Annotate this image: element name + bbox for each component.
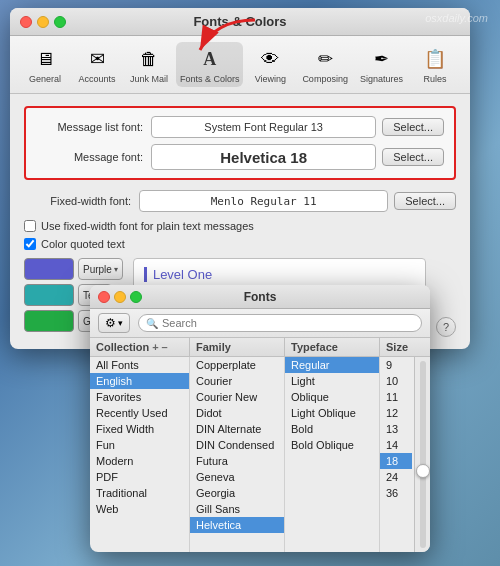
list-item[interactable]: Web [90, 501, 189, 517]
message-list-font-row: Message list font: System Font Regular 1… [36, 116, 444, 138]
purple-dropdown[interactable]: Purple ▾ [78, 258, 123, 280]
fixed-width-font-label: Fixed-width font: [24, 195, 139, 207]
message-list-font-label: Message list font: [36, 121, 151, 133]
list-item[interactable]: Fun [90, 437, 189, 453]
close-button[interactable] [20, 16, 32, 28]
purple-label: Purple [83, 264, 112, 275]
collection-column: All Fonts English Favorites Recently Use… [90, 357, 190, 552]
green-swatch[interactable] [24, 310, 74, 332]
size-slider[interactable] [414, 357, 430, 552]
toolbar-label-viewing: Viewing [255, 74, 286, 84]
use-fixed-width-checkbox[interactable] [24, 220, 36, 232]
list-item[interactable]: 14 [380, 437, 412, 453]
search-icon: 🔍 [146, 318, 158, 329]
accounts-icon: ✉ [83, 45, 111, 73]
fonts-title-bar: Fonts [90, 285, 430, 309]
list-item[interactable]: Modern [90, 453, 189, 469]
list-item[interactable]: 24 [380, 469, 412, 485]
list-item[interactable]: Didot [190, 405, 284, 421]
search-input[interactable] [162, 317, 414, 329]
help-button[interactable]: ? [436, 317, 456, 337]
watermark: osxdaily.com [425, 12, 488, 24]
fonts-window: Fonts ⚙ ▾ 🔍 Collection + – Family Typefa… [90, 285, 430, 552]
list-item[interactable]: 36 [380, 485, 412, 501]
list-item[interactable]: DIN Condensed [190, 437, 284, 453]
list-item[interactable]: Fixed Width [90, 421, 189, 437]
list-item[interactable]: English [90, 373, 189, 389]
fixed-width-font-select-button[interactable]: Select... [394, 192, 456, 210]
list-item[interactable]: Light Oblique [285, 405, 379, 421]
fonts-maximize-button[interactable] [130, 291, 142, 303]
list-item[interactable]: Traditional [90, 485, 189, 501]
toolbar-label-junk: Junk Mail [130, 74, 168, 84]
list-item[interactable]: 18 [380, 453, 412, 469]
window-title: Fonts & Colors [193, 14, 286, 29]
list-item[interactable]: Bold Oblique [285, 437, 379, 453]
toolbar: 🖥 General ✉ Accounts 🗑 Junk Mail A Fonts… [10, 36, 470, 94]
list-item[interactable]: Georgia [190, 485, 284, 501]
list-item[interactable]: Favorites [90, 389, 189, 405]
list-item[interactable]: Futura [190, 453, 284, 469]
title-bar: Fonts & Colors [10, 8, 470, 36]
search-box[interactable]: 🔍 [138, 314, 422, 332]
list-item[interactable]: All Fonts [90, 357, 189, 373]
gear-chevron-icon: ▾ [118, 318, 123, 328]
fonts-close-button[interactable] [98, 291, 110, 303]
color-quoted-text-checkbox[interactable] [24, 238, 36, 250]
size-thumb[interactable] [416, 464, 430, 478]
list-item[interactable]: Helvetica [190, 517, 284, 533]
minimize-button[interactable] [37, 16, 49, 28]
use-fixed-width-checkbox-row: Use fixed-width font for plain text mess… [24, 220, 456, 232]
list-item[interactable]: Recently Used [90, 405, 189, 421]
toolbar-item-junk[interactable]: 🗑 Junk Mail [124, 42, 174, 87]
toolbar-item-general[interactable]: 🖥 General [20, 42, 70, 87]
list-item[interactable]: Geneva [190, 469, 284, 485]
color-quoted-text-checkbox-row: Color quoted text [24, 238, 456, 250]
list-item[interactable]: Light [285, 373, 379, 389]
list-item[interactable]: PDF [90, 469, 189, 485]
viewing-icon: 👁 [256, 45, 284, 73]
purple-chevron-icon: ▾ [114, 265, 118, 274]
size-column: 9 10 11 12 13 14 18 24 36 [380, 357, 430, 552]
toolbar-label-rules: Rules [423, 74, 446, 84]
gear-button[interactable]: ⚙ ▾ [98, 313, 130, 333]
toolbar-label-composing: Composing [302, 74, 348, 84]
fixed-width-font-row: Fixed-width font: Menlo Regular 11 Selec… [24, 190, 456, 212]
family-header[interactable]: Family [190, 338, 285, 356]
size-header[interactable]: Size [380, 338, 430, 356]
teal-swatch[interactable] [24, 284, 74, 306]
list-item[interactable]: Oblique [285, 389, 379, 405]
size-track [420, 361, 426, 548]
fonts-minimize-button[interactable] [114, 291, 126, 303]
list-item[interactable]: 9 [380, 357, 412, 373]
list-item[interactable]: 11 [380, 389, 412, 405]
list-item[interactable]: 10 [380, 373, 412, 389]
fonts-table-header: Collection + – Family Typeface Size [90, 338, 430, 357]
list-item[interactable]: Gill Sans [190, 501, 284, 517]
toolbar-item-viewing[interactable]: 👁 Viewing [245, 42, 295, 87]
fonts-table-body: All Fonts English Favorites Recently Use… [90, 357, 430, 552]
list-item[interactable]: Courier New [190, 389, 284, 405]
collection-header[interactable]: Collection + – [90, 338, 190, 356]
toolbar-item-fonts[interactable]: A Fonts & Colors [176, 42, 243, 87]
toolbar-item-rules[interactable]: 📋 Rules [410, 42, 460, 87]
list-item[interactable]: 13 [380, 421, 412, 437]
list-item[interactable]: 12 [380, 405, 412, 421]
list-item[interactable]: DIN Alternate [190, 421, 284, 437]
toolbar-item-composing[interactable]: ✏ Composing [297, 42, 352, 87]
list-item[interactable]: Bold [285, 421, 379, 437]
maximize-button[interactable] [54, 16, 66, 28]
toolbar-label-accounts: Accounts [78, 74, 115, 84]
junk-icon: 🗑 [135, 45, 163, 73]
message-list-font-select-button[interactable]: Select... [382, 118, 444, 136]
list-item[interactable]: Courier [190, 373, 284, 389]
toolbar-item-accounts[interactable]: ✉ Accounts [72, 42, 122, 87]
plus-icon: + [152, 341, 158, 353]
toolbar-item-signatures[interactable]: ✒ Signatures [355, 42, 408, 87]
traffic-lights [20, 16, 66, 28]
list-item[interactable]: Regular [285, 357, 379, 373]
message-font-select-button[interactable]: Select... [382, 148, 444, 166]
list-item[interactable]: Copperplate [190, 357, 284, 373]
purple-swatch[interactable] [24, 258, 74, 280]
typeface-header[interactable]: Typeface [285, 338, 380, 356]
